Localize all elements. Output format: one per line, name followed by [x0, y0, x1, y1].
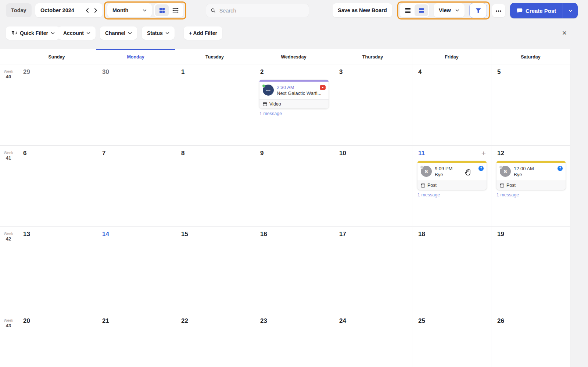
display-settings-button[interactable] [169, 4, 182, 16]
day-cell-9[interactable]: 9 [254, 146, 333, 227]
date-number: 24 [339, 317, 412, 325]
date-number: 18 [418, 231, 491, 238]
today-button[interactable]: Today [6, 3, 32, 17]
chevron-right-icon[interactable] [94, 8, 97, 13]
date-number: 30 [102, 68, 175, 76]
post-card-text: 9:09 PMBye [435, 166, 452, 178]
calendar: SundayMondayTuesdayWednesdayThursdayFrid… [0, 49, 570, 367]
post-title: Bye [514, 172, 534, 178]
date-number: 5 [497, 68, 570, 76]
day-cell-7[interactable]: 7 [96, 146, 175, 227]
day-cell-16[interactable]: 16 [254, 227, 333, 313]
week-number: 43 [0, 323, 17, 328]
post-card[interactable]: S12:00 AMByefPost [496, 161, 566, 190]
date-number: 7 [102, 150, 175, 157]
messages-link[interactable]: 1 message [259, 111, 333, 116]
day-cell-12[interactable]: 12S12:00 AMByefPost1 message [491, 146, 570, 227]
top-toolbar: Today October 2024 Month [0, 0, 588, 49]
channel-filter-button[interactable]: Channel [100, 26, 137, 40]
post-time: 9:09 PM [435, 166, 452, 172]
post-flag-icon [517, 8, 523, 14]
close-filter-bar-button[interactable]: × [559, 28, 570, 38]
date-number: 25 [418, 317, 491, 325]
ellipsis-icon: ••• [496, 8, 502, 14]
day-cell-25[interactable]: 25 [412, 313, 491, 367]
search-field[interactable] [206, 4, 309, 17]
week-word: Week [0, 151, 17, 155]
post-title: Bye [435, 172, 452, 178]
date-number: 1 [181, 68, 254, 76]
calendar-view-mode-select[interactable]: Month [107, 3, 152, 17]
status-filter-button[interactable]: Status [142, 26, 175, 40]
post-card[interactable]: acme2:30 AMNext Galactic Warfi...Video [259, 80, 329, 108]
day-cell-17[interactable]: 17 [333, 227, 412, 313]
facebook-icon: f [557, 166, 563, 171]
post-time: 2:30 AM [277, 85, 322, 90]
day-cell-26[interactable]: 26 [491, 313, 570, 367]
week-word: Week [0, 232, 17, 236]
day-cell-30[interactable]: 30 [96, 64, 175, 146]
day-cell-1[interactable]: 1 [175, 64, 254, 146]
day-header-wednesday: Wednesday [254, 49, 333, 64]
week-number-cell: Week42 [0, 227, 17, 313]
calendar-grid: SundayMondayTuesdayWednesdayThursdayFrid… [0, 49, 570, 367]
post-type-icon-wrap [421, 184, 425, 188]
day-cell-5[interactable]: 5 [491, 64, 570, 146]
messages-link[interactable]: 1 message [417, 192, 491, 197]
post-card-body: S12:00 AMByef [496, 163, 566, 181]
day-cell-8[interactable]: 8 [175, 146, 254, 227]
youtube-icon [320, 85, 326, 91]
month-navigator: October 2024 [35, 3, 103, 17]
grid-view-button[interactable] [155, 4, 169, 16]
day-header-sunday: Sunday [17, 49, 96, 64]
day-cell-2[interactable]: 2acme2:30 AMNext Galactic Warfi...Video1… [254, 64, 333, 146]
post-card-body: acme2:30 AMNext Galactic Warfi... [259, 82, 329, 99]
list-view-button[interactable] [401, 4, 415, 16]
create-post-button[interactable]: Create Post [510, 3, 563, 18]
day-cell-6[interactable]: 6 [17, 146, 96, 227]
list-card-toggle-group [400, 3, 429, 17]
messages-link[interactable]: 1 message [496, 192, 570, 197]
add-filter-button[interactable]: + Add Filter [184, 26, 222, 40]
day-cell-15[interactable]: 15 [175, 227, 254, 313]
post-card[interactable]: S9:09 PMByefPost [417, 161, 487, 190]
day-cell-18[interactable]: 18 [412, 227, 491, 313]
day-cell-14[interactable]: 14 [96, 227, 175, 313]
day-cell-24[interactable]: 24 [333, 313, 412, 367]
create-post-dropdown-button[interactable] [563, 3, 578, 18]
filter-funnel-icon [475, 8, 481, 14]
more-options-button[interactable]: ••• [492, 4, 505, 17]
account-filter-button[interactable]: Account [58, 26, 96, 40]
search-input[interactable] [219, 7, 304, 14]
day-cell-11[interactable]: 11+S9:09 PMByefPost1 message [412, 146, 491, 227]
week-number-cell: Week41 [0, 146, 17, 227]
save-as-new-board-button[interactable]: Save as New Board [333, 3, 392, 17]
layout-toggle-group [154, 3, 183, 17]
day-cell-13[interactable]: 13 [17, 227, 96, 313]
date-number: 22 [181, 317, 254, 325]
chevron-left-icon[interactable] [86, 8, 89, 13]
week-number: 42 [0, 236, 17, 242]
day-cell-20[interactable]: 20 [17, 313, 96, 367]
day-cell-3[interactable]: 3 [333, 64, 412, 146]
day-cell-4[interactable]: 4 [412, 64, 491, 146]
quick-filter-button[interactable]: Quick Filter [6, 26, 60, 40]
add-post-button[interactable]: + [481, 149, 486, 157]
day-cell-10[interactable]: 10 [333, 146, 412, 227]
day-cell-21[interactable]: 21 [96, 313, 175, 367]
day-header-monday: Monday [96, 49, 175, 64]
day-cell-23[interactable]: 23 [254, 313, 333, 367]
day-cell-22[interactable]: 22 [175, 313, 254, 367]
day-header-thursday: Thursday [333, 49, 412, 64]
filter-toggle-button[interactable] [469, 3, 487, 18]
account-avatar: S [500, 166, 511, 177]
day-cell-19[interactable]: 19 [491, 227, 570, 313]
post-card-text: 12:00 AMBye [514, 166, 534, 178]
day-cell-29[interactable]: 29 [17, 64, 96, 146]
avatar-label: acme [266, 89, 270, 91]
date-number: 16 [260, 231, 333, 238]
chevron-down-icon [128, 32, 132, 35]
avatar-status-dot [420, 165, 423, 169]
card-view-button[interactable] [415, 4, 428, 16]
view-select[interactable]: View [434, 3, 465, 17]
